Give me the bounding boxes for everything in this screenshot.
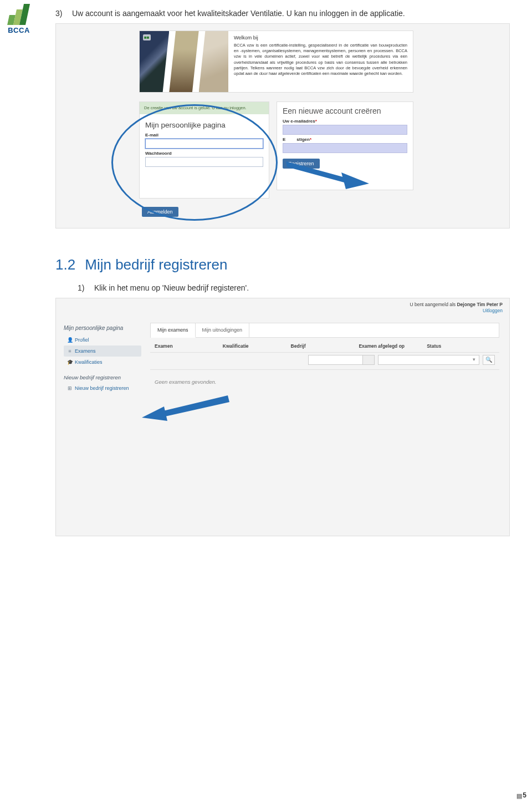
loggedin-username: Dejonge Tim Peter P	[457, 302, 503, 307]
register-confirm-field[interactable]	[283, 143, 407, 153]
logo-icon	[7, 3, 30, 25]
sidebar-item-label: Profiel	[75, 337, 89, 343]
sidebar-group-title: Nieuw bedrijf registreren	[64, 374, 141, 380]
tab-mijn-examens[interactable]: Mijn examens	[151, 323, 196, 338]
bcca-logo: BCCA	[2, 3, 35, 34]
sidebar-item-label: Kwalificaties	[75, 359, 103, 365]
th-examen-afgelegd-op: Examen afgelegd op	[359, 343, 427, 349]
logout-link[interactable]: Uitloggen	[410, 308, 503, 314]
section-step-1: 1) Klik in het menu op 'Nieuw bedrijf re…	[78, 283, 510, 292]
sidebar: Mijn persoonlijke pagina 👤 Profiel ≡ Exa…	[64, 325, 141, 394]
password-field[interactable]	[145, 157, 263, 167]
email-field[interactable]	[145, 139, 263, 149]
plus-icon: ⊞	[67, 385, 73, 391]
topbar-userinfo: U bent aangemeld als Dejonge Tim Peter P…	[410, 302, 503, 314]
page-icon: ▤	[516, 792, 522, 799]
sidebar-item-label: Nieuw bedrijf registreren	[75, 385, 129, 391]
sidebar-item-examens[interactable]: ≡ Examens	[64, 345, 141, 357]
register-panel: Een nieuwe account creëren Uw e-mailadre…	[277, 101, 413, 190]
tab-mijn-uitnodigingen[interactable]: Mijn uitnodigingen	[196, 323, 250, 337]
sidebar-item-profile[interactable]: 👤 Profiel	[64, 334, 141, 345]
section-title: Mijn bedrijf registreren	[85, 256, 227, 273]
main-content: Mijn examens Mijn uitnodigingen Examen K…	[150, 323, 499, 394]
register-email-field[interactable]	[283, 125, 407, 135]
svg-marker-2	[158, 395, 229, 418]
search-button[interactable]: 🔍	[483, 355, 495, 365]
sidebar-item-kwalificaties[interactable]: 🎓 Kwalificaties	[64, 357, 141, 368]
section-heading: 1.2 Mijn bedrijf registreren	[55, 256, 510, 273]
th-bedrijf: Bedrijf	[291, 343, 359, 349]
search-icon: 🔍	[485, 357, 492, 363]
filter-date-input[interactable]: ▦	[308, 355, 375, 365]
login-panel: De creatie van uw account is gelukt. U k…	[139, 101, 269, 199]
intro-step-number: 3)	[55, 9, 70, 18]
filter-row: ▦ 🔍	[150, 353, 499, 370]
password-label: Wachtwoord	[145, 151, 263, 156]
graduation-icon: 🎓	[67, 359, 73, 365]
annotation-arrow-menu-item	[142, 395, 231, 423]
intro-step: 3) Uw account is aangemaakt voor het kwa…	[55, 9, 510, 18]
sidebar-title: Mijn persoonlijke pagina	[64, 325, 141, 331]
welcome-banner-image: ■■	[140, 31, 228, 92]
section-step-number: 1)	[78, 283, 92, 292]
account-created-banner: De creatie van uw account is gelukt. U k…	[140, 102, 269, 114]
svg-marker-3	[142, 406, 167, 421]
login-heading: Mijn persoonlijke pagina	[145, 121, 263, 129]
email-label: E-mail	[145, 133, 263, 138]
empty-state: Geen examens gevonden.	[150, 370, 499, 394]
register-heading: Een nieuwe account creëren	[283, 106, 407, 115]
th-examen: Examen	[155, 343, 223, 349]
submit-login-button[interactable]: Aanmelden	[142, 207, 178, 217]
welcome-title: Welkom bij	[234, 34, 407, 41]
sidebar-item-nieuw-bedrijf[interactable]: ⊞ Nieuw bedrijf registreren	[64, 383, 141, 394]
user-icon: 👤	[67, 337, 73, 343]
screenshot-login-page: ■■ Welkom bij BCCA vzw is een certificat…	[55, 23, 510, 228]
logo-text: BCCA	[2, 26, 35, 34]
page-number: ▤5	[516, 791, 526, 800]
register-button[interactable]: Registreren	[283, 159, 320, 169]
section-step-text: Klik in het menu op 'Nieuw bedrijf regis…	[94, 283, 249, 292]
register-email-label: Uw e-mailadres*	[283, 119, 407, 124]
tabs: Mijn examens Mijn uitnodigingen	[150, 323, 499, 338]
table-header: Examen Kwalificatie Bedrijf Examen afgel…	[150, 338, 499, 353]
welcome-panel: ■■ Welkom bij BCCA vzw is een certificat…	[139, 31, 413, 93]
screenshot-dashboard: U bent aangemeld als Dejonge Tim Peter P…	[55, 298, 510, 536]
loggedin-prefix: U bent aangemeld als	[410, 302, 457, 307]
list-icon: ≡	[67, 348, 73, 354]
welcome-body: BCCA vzw is een certificatie-instelling,…	[234, 43, 407, 77]
th-status: Status	[427, 343, 495, 349]
section-number: 1.2	[55, 256, 81, 273]
intro-step-text: Uw account is aangemaakt voor het kwalit…	[72, 9, 405, 18]
calendar-icon: ▦	[366, 357, 371, 363]
th-kwalificatie: Kwalificatie	[223, 343, 291, 349]
register-confirm-label: E stigen*	[283, 137, 407, 142]
filter-status-select[interactable]	[378, 355, 479, 365]
sidebar-item-label: Examens	[75, 348, 96, 354]
